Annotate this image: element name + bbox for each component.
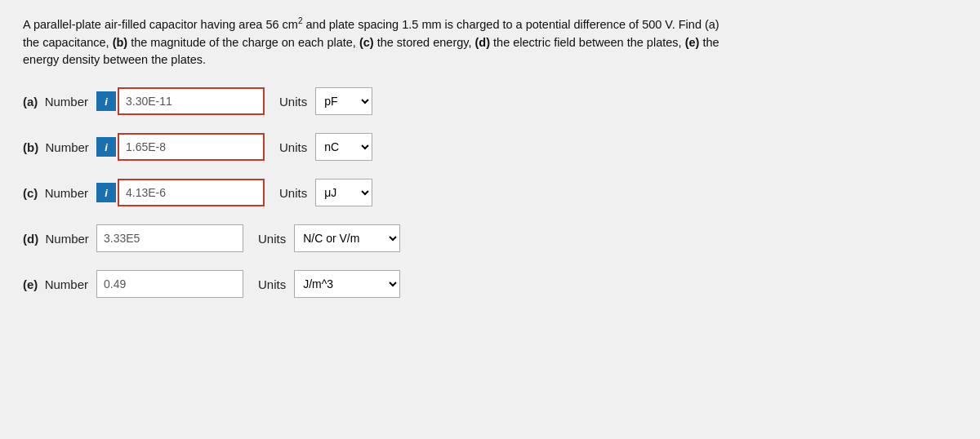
units-select-d[interactable]: N/C or V/m xyxy=(294,224,400,252)
units-label-d: Units xyxy=(258,232,286,246)
info-button-c[interactable]: i xyxy=(96,183,116,202)
number-input-b[interactable] xyxy=(118,133,265,161)
units-select-e[interactable]: J/m^3 xyxy=(294,270,400,298)
answer-row-c: (c) NumberiUnitsμJ xyxy=(23,179,957,206)
problem-text: A parallel-plate air-filled capacitor ha… xyxy=(23,15,957,69)
part-label-c: (c) Number xyxy=(23,186,96,200)
number-input-c[interactable] xyxy=(118,179,265,206)
units-select-a[interactable]: pF xyxy=(315,87,372,115)
units-label-b: Units xyxy=(279,140,307,154)
part-label-b: (b) Number xyxy=(23,140,96,154)
answer-row-d: (d) NumberUnitsN/C or V/m xyxy=(23,224,957,252)
units-select-b[interactable]: nC xyxy=(315,133,372,161)
answer-row-b: (b) NumberiUnitsnC xyxy=(23,133,957,161)
input-group-e xyxy=(96,270,243,298)
answer-row-a: (a) NumberiUnitspF xyxy=(23,87,957,115)
units-label-a: Units xyxy=(279,95,307,109)
units-select-c[interactable]: μJ xyxy=(315,179,372,206)
number-input-a[interactable] xyxy=(118,87,265,115)
page-container: A parallel-plate air-filled capacitor ha… xyxy=(0,0,980,439)
answer-row-e: (e) NumberUnitsJ/m^3 xyxy=(23,270,957,298)
number-input-d[interactable] xyxy=(96,224,243,252)
part-label-e: (e) Number xyxy=(23,277,96,291)
rows-container: (a) NumberiUnitspF(b) NumberiUnitsnC(c) … xyxy=(23,87,957,298)
part-label-a: (a) Number xyxy=(23,95,96,109)
input-group-c: i xyxy=(96,179,265,206)
units-label-e: Units xyxy=(258,277,286,291)
input-group-b: i xyxy=(96,133,265,161)
info-button-b[interactable]: i xyxy=(96,137,116,157)
input-group-a: i xyxy=(96,87,265,115)
number-input-e[interactable] xyxy=(96,270,243,298)
input-group-d xyxy=(96,224,243,252)
units-label-c: Units xyxy=(279,186,307,200)
info-button-a[interactable]: i xyxy=(96,91,116,111)
part-label-d: (d) Number xyxy=(23,232,96,246)
